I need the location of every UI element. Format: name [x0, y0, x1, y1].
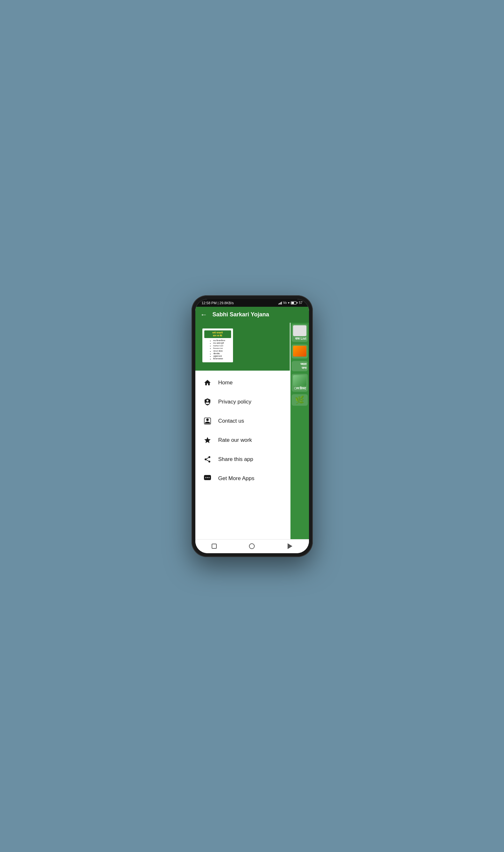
battery-percent: 57: [299, 301, 302, 305]
list-item: PM किसान किस्त: [213, 339, 225, 342]
contact-icon: [203, 417, 212, 425]
menu-item-contact[interactable]: Contact us: [195, 412, 290, 431]
signal-icon: [278, 301, 282, 305]
circle-icon: [249, 543, 255, 549]
apps-label: Get More Apps: [218, 475, 254, 482]
nav-recent-button[interactable]: [209, 541, 220, 552]
list-item: जन धन योजना: [213, 350, 225, 352]
list-item: आयुष्मान कार्ड: [213, 355, 225, 358]
privacy-label: Privacy policy: [218, 399, 252, 405]
main-content: सभी सरकारी काम घर बैठे PM किसान किस्त PM…: [195, 323, 309, 539]
wifi-icon: ▾: [288, 301, 289, 305]
apps-icon: [203, 474, 212, 483]
drawer-panel: सभी सरकारी काम घर बैठे PM किसान किस्त PM…: [195, 323, 290, 539]
privacy-icon: [203, 397, 212, 406]
home-label: Home: [218, 380, 233, 386]
status-icons: Vo ▾ 57: [278, 301, 303, 305]
peek-card-2: [292, 344, 308, 359]
list-item: Aadhar Card: [213, 344, 225, 347]
status-time: 12:58 PM | 29.8KB/s: [202, 301, 234, 305]
menu-item-home[interactable]: Home: [195, 373, 290, 392]
app-header: ← Sabhi Sarkari Yojana: [195, 307, 309, 323]
logo-section: सभी सरकारी काम घर बैठे PM किसान किस्त PM…: [195, 323, 290, 370]
menu-item-apps[interactable]: Get More Apps: [195, 469, 290, 488]
logo-items-list: PM किसान किस्त PM आवास सूची Aadhar Card …: [210, 339, 225, 360]
vo-text: Vo: [283, 301, 287, 305]
triangle-icon: [288, 543, 292, 549]
menu-item-rate[interactable]: Rate our work: [195, 431, 290, 450]
list-item: जीवन बीमा: [213, 352, 225, 355]
status-bar: 12:58 PM | 29.8KB/s Vo ▾ 57: [195, 299, 309, 307]
list-item: Pension List: [213, 347, 225, 349]
peek-card-5: 🌿: [292, 394, 308, 406]
peek-card-4: ान लिस्ट: [292, 374, 308, 392]
plants-decoration: 🌿: [293, 396, 306, 404]
star-icon: [203, 436, 212, 445]
bottom-navigation: [195, 539, 309, 553]
nav-home-button[interactable]: [246, 541, 257, 552]
home-icon: [203, 378, 212, 387]
back-button[interactable]: ←: [200, 311, 208, 319]
rate-label: Rate our work: [218, 437, 252, 443]
share-icon: [203, 455, 212, 464]
list-item: PM आवास सूची: [213, 342, 225, 344]
square-icon: [212, 544, 217, 549]
battery-icon: [291, 301, 298, 305]
app-content-peek: वास List ज्वलाजना ान लिस्ट 🌿: [290, 323, 309, 539]
app-title: Sabhi Sarkari Yojana: [213, 311, 269, 318]
menu-item-privacy[interactable]: Privacy policy: [195, 392, 290, 412]
phone-frame: 12:58 PM | 29.8KB/s Vo ▾ 57 ← Sabhi Sark…: [192, 295, 313, 557]
share-label: Share this app: [218, 456, 253, 463]
svg-point-4: [209, 477, 210, 478]
nav-back-button[interactable]: [284, 541, 295, 552]
svg-point-2: [205, 477, 206, 478]
list-item: किसान समाचार: [213, 358, 225, 360]
logo-title: सभी सरकारी काम घर बैठे: [204, 330, 231, 338]
drawer-menu: Home Privacy policy Contact us: [195, 370, 290, 539]
peek-card-3: ज्वलाजना: [292, 361, 308, 371]
phone-screen: 12:58 PM | 29.8KB/s Vo ▾ 57 ← Sabhi Sark…: [195, 299, 309, 553]
peek-card-1: वास List: [292, 324, 308, 342]
svg-point-3: [207, 477, 208, 478]
menu-item-share[interactable]: Share this app: [195, 450, 290, 469]
app-logo: सभी सरकारी काम घर बैठे PM किसान किस्त PM…: [202, 328, 234, 363]
contact-label: Contact us: [218, 418, 244, 424]
